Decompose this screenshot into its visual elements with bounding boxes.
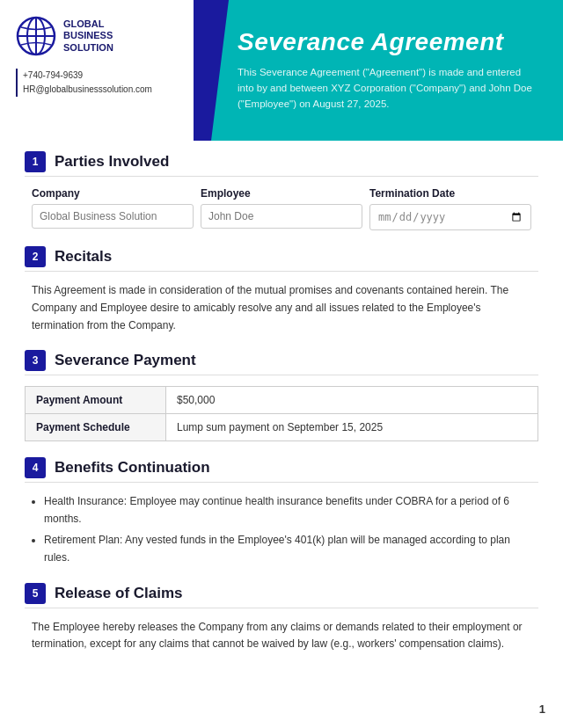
section-1-number: 1	[25, 151, 46, 172]
agreement-intro: This Severance Agreement ("Agreement") i…	[238, 65, 538, 112]
payment-amount-label: Payment Amount	[26, 387, 166, 414]
benefit-item-2: Retirement Plan: Any vested funds in the…	[44, 532, 531, 567]
section-recitals: 2 Recitals This Agreement is made in con…	[25, 246, 538, 334]
company-col: Company	[32, 187, 194, 230]
employee-col: Employee	[201, 187, 362, 230]
section-5-title: Release of Claims	[55, 585, 183, 602]
payment-schedule-value: Lump sum payment on September 15, 2025	[166, 414, 538, 441]
section-severance-payment: 3 Severance Payment Payment Amount $50,0…	[25, 350, 538, 441]
company-col-header: Company	[32, 187, 194, 200]
section-5-header: 5 Release of Claims	[25, 583, 538, 608]
section-release: 5 Release of Claims The Employee hereby …	[25, 583, 538, 654]
payment-schedule-label: Payment Schedule	[26, 414, 166, 441]
termination-date-input[interactable]	[369, 204, 531, 230]
payment-amount-value: $50,000	[166, 387, 538, 414]
page-number: 1	[539, 703, 545, 716]
termination-col-header: Termination Date	[369, 187, 531, 200]
section-2-title: Recitals	[55, 248, 112, 266]
section-5-number: 5	[25, 583, 46, 604]
benefit-item-1: Health Insurance: Employee may continue …	[44, 493, 531, 528]
header-right: Severance Agreement This Severance Agree…	[194, 0, 563, 141]
contact-info: +740-794-9639 HR@globalbusinesssolution.…	[16, 69, 179, 97]
section-4-header: 4 Benefits Continuation	[25, 457, 538, 483]
employee-col-header: Employee	[201, 187, 362, 200]
section-3-title: Severance Payment	[55, 352, 196, 369]
payment-amount-row: Payment Amount $50,000	[26, 387, 538, 414]
section-3-number: 3	[25, 350, 46, 371]
section-4-title: Benefits Continuation	[55, 459, 210, 477]
section-2-header: 2 Recitals	[25, 246, 538, 272]
employee-input[interactable]	[201, 204, 362, 229]
parties-grid: Company Employee Termination Date	[25, 187, 538, 230]
release-text: The Employee hereby releases the Company…	[25, 619, 538, 654]
header-left: GLOBAL BUSINESS SOLUTION +740-794-9639 H…	[0, 0, 194, 141]
phone-text: +740-794-9639	[23, 69, 179, 83]
section-2-number: 2	[25, 246, 46, 267]
agreement-title: Severance Agreement	[238, 28, 538, 56]
payment-table: Payment Amount $50,000 Payment Schedule …	[25, 386, 538, 441]
benefits-list: Health Insurance: Employee may continue …	[25, 493, 538, 566]
section-1-header: 1 Parties Involved	[25, 151, 538, 177]
globe-icon	[16, 16, 56, 56]
termination-col: Termination Date	[369, 187, 531, 230]
payment-schedule-row: Payment Schedule Lump sum payment on Sep…	[26, 414, 538, 441]
company-name: GLOBAL BUSINESS SOLUTION	[63, 18, 113, 54]
email-text: HR@globalbusinesssolution.com	[23, 83, 179, 97]
recitals-text: This Agreement is made in consideration …	[25, 282, 538, 334]
section-parties: 1 Parties Involved Company Employee Term…	[25, 151, 538, 230]
section-benefits: 4 Benefits Continuation Health Insurance…	[25, 457, 538, 566]
logo-area: GLOBAL BUSINESS SOLUTION	[16, 16, 179, 56]
main-content: 1 Parties Involved Company Employee Term…	[0, 141, 563, 694]
page-header: GLOBAL BUSINESS SOLUTION +740-794-9639 H…	[0, 0, 563, 141]
section-3-header: 3 Severance Payment	[25, 350, 538, 375]
section-1-title: Parties Involved	[55, 153, 169, 171]
company-input[interactable]	[32, 204, 194, 229]
section-4-number: 4	[25, 457, 46, 478]
